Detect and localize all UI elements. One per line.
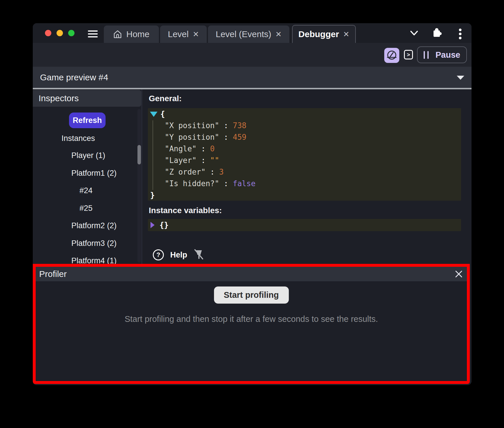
json-entry-angle: "Angle" : 0 xyxy=(148,143,472,155)
question-mark-icon: ? xyxy=(156,251,160,259)
inspectors-header-label: Inspectors xyxy=(39,90,79,107)
inspectors-panel-header: Inspectors xyxy=(33,90,141,107)
tree-item-25[interactable]: #25 xyxy=(33,202,131,214)
sidebar-scrollbar-track[interactable] xyxy=(137,109,141,263)
pause-icon xyxy=(424,51,429,59)
tree-item-platform2-2[interactable]: Platform2 (2) xyxy=(33,220,131,231)
console-chevron-icon: > xyxy=(407,52,410,58)
tree-item-platform3-2[interactable]: Platform3 (2) xyxy=(33,237,131,249)
start-profiling-button[interactable]: Start profiling xyxy=(214,286,289,304)
tab-home[interactable]: Home xyxy=(104,26,159,43)
tree-item-instances[interactable]: Instances xyxy=(33,133,131,144)
profiler-close-icon[interactable] xyxy=(454,269,463,279)
home-icon xyxy=(113,30,122,39)
pause-button-label: Pause xyxy=(436,50,460,60)
tab-label: Level (Events) xyxy=(216,29,271,39)
game-preview-title: Game preview #4 xyxy=(40,67,108,88)
titlebar: HomeLevel✕Level (Events)✕Debugger✕ xyxy=(33,23,472,43)
profiler-title: Profiler xyxy=(39,267,67,281)
preview-chevron-down-icon[interactable] xyxy=(457,76,464,80)
console-button[interactable]: > xyxy=(404,50,413,59)
tree-item-player-1[interactable]: Player (1) xyxy=(33,150,131,161)
tab-level-events[interactable]: Level (Events)✕ xyxy=(208,26,289,43)
pin-off-icon[interactable] xyxy=(193,249,205,262)
sidebar-scrollbar-thumb[interactable] xyxy=(137,145,141,164)
profiler-gauge-button[interactable] xyxy=(384,48,399,63)
game-preview-selector[interactable]: Game preview #4 xyxy=(33,67,472,88)
help-label[interactable]: Help xyxy=(170,251,187,260)
instance-variables-value: {} xyxy=(159,219,168,231)
json-entry-is-hidden: "Is hidden?" : false xyxy=(148,178,472,189)
json-open-brace: { xyxy=(148,108,461,120)
tab-label: Level xyxy=(168,29,189,39)
tab-level[interactable]: Level✕ xyxy=(160,26,207,43)
sidebar-divider xyxy=(141,89,142,264)
profiler-header: Profiler xyxy=(36,267,467,281)
extensions-puzzle-icon[interactable] xyxy=(432,27,442,40)
close-window-button[interactable] xyxy=(45,30,51,36)
help-button[interactable]: ? xyxy=(153,249,164,260)
chevron-down-icon[interactable] xyxy=(410,29,418,38)
general-json-viewer: {"X position" : 738"Y position" : 459"An… xyxy=(148,108,461,201)
profiler-hint-text: Start profiling and then stop it after a… xyxy=(36,314,467,324)
json-entry-z-order: "Z order" : 3 xyxy=(148,166,472,178)
minimize-window-button[interactable] xyxy=(57,30,63,36)
tab-close-icon[interactable]: ✕ xyxy=(193,30,199,38)
menu-hamburger-icon[interactable] xyxy=(88,30,98,37)
tab-close-icon[interactable]: ✕ xyxy=(275,30,282,38)
json-entry-layer: "Layer" : "" xyxy=(148,155,472,166)
app-window: HomeLevel✕Level (Events)✕Debugger✕ xyxy=(33,23,472,385)
tree-item-platform1-2[interactable]: Platform1 (2) xyxy=(33,167,131,179)
kebab-menu-icon[interactable] xyxy=(458,28,463,40)
maximize-window-button[interactable] xyxy=(68,30,75,36)
pause-button[interactable]: Pause xyxy=(417,46,467,63)
tab-close-icon[interactable]: ✕ xyxy=(343,30,349,38)
collapsed-triangle-icon[interactable] xyxy=(151,222,155,228)
instance-variables-label: Instance variables: xyxy=(149,206,222,215)
tab-debugger[interactable]: Debugger✕ xyxy=(292,25,356,43)
json-entry-x-position: "X position" : 738 xyxy=(148,120,472,131)
refresh-button[interactable]: Refresh xyxy=(69,113,106,128)
instance-variables-viewer: {} xyxy=(148,219,461,231)
general-section-label: General: xyxy=(149,94,182,103)
json-close-brace: } xyxy=(148,189,461,201)
profiler-panel: Profiler Start profiling Start profiling… xyxy=(33,264,470,384)
tab-label: Debugger xyxy=(298,29,339,39)
json-entry-y-position: "Y position" : 459 xyxy=(148,131,472,143)
tab-label: Home xyxy=(126,29,149,39)
tree-item-24[interactable]: #24 xyxy=(33,185,131,196)
